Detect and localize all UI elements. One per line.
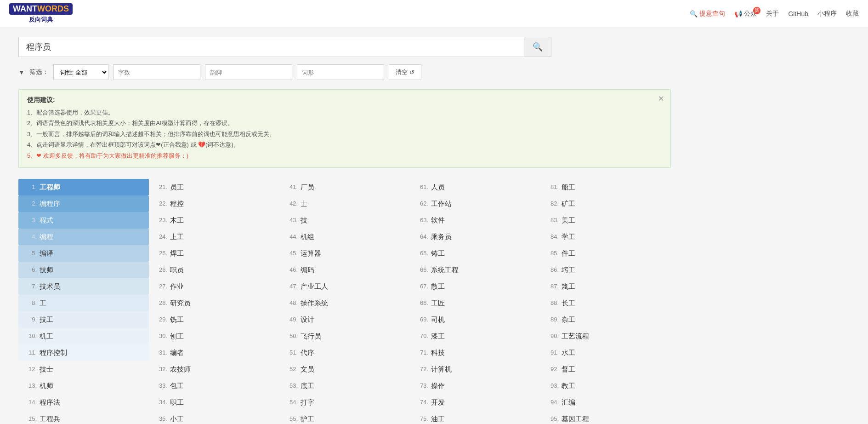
- result-item[interactable]: 69.司机: [410, 311, 540, 328]
- result-item[interactable]: 43.技: [279, 212, 410, 229]
- result-item[interactable]: 42.士: [279, 195, 410, 212]
- result-item[interactable]: 64.乘务员: [410, 229, 540, 245]
- result-item[interactable]: 10.机工: [18, 328, 149, 344]
- nav-suggest[interactable]: 🔍 提意查句: [690, 10, 725, 18]
- result-word: 打字: [301, 397, 314, 408]
- result-item[interactable]: 63.软件: [410, 212, 540, 229]
- result-item[interactable]: 88.长工: [540, 295, 671, 311]
- result-item[interactable]: 89.杂工: [540, 311, 671, 328]
- search-input[interactable]: [18, 37, 524, 57]
- result-item[interactable]: 33.包工: [149, 378, 279, 394]
- result-item[interactable]: 75.油工: [410, 411, 540, 424]
- result-item[interactable]: 11.程序控制: [18, 344, 149, 361]
- search-button[interactable]: 🔍: [524, 37, 551, 57]
- nav-github[interactable]: GitHub: [788, 10, 808, 17]
- result-item[interactable]: 92.督工: [540, 361, 671, 378]
- result-item[interactable]: 45.运算器: [279, 245, 410, 262]
- result-item[interactable]: 30.刨工: [149, 328, 279, 344]
- result-item[interactable]: 51.代序: [279, 344, 410, 361]
- result-item[interactable]: 65.铸工: [410, 245, 540, 262]
- result-word: 工: [40, 298, 46, 309]
- result-item[interactable]: 21.员工: [149, 179, 279, 195]
- result-item[interactable]: 93.教工: [540, 378, 671, 394]
- result-item[interactable]: 54.打字: [279, 394, 410, 411]
- result-item[interactable]: 94.汇编: [540, 394, 671, 411]
- result-item[interactable]: 52.文员: [279, 361, 410, 378]
- clear-button[interactable]: 清空 ↺: [389, 64, 421, 80]
- result-item[interactable]: 15.工程兵: [18, 411, 149, 424]
- result-item[interactable]: 25.焊工: [149, 245, 279, 262]
- result-item[interactable]: 72.计算机: [410, 361, 540, 378]
- result-item[interactable]: 46.编码: [279, 262, 410, 278]
- result-item[interactable]: 7.技术员: [18, 278, 149, 295]
- result-item[interactable]: 68.工匠: [410, 295, 540, 311]
- result-item[interactable]: 62.工作站: [410, 195, 540, 212]
- result-item[interactable]: 6.技师: [18, 262, 149, 278]
- result-item[interactable]: 24.上工: [149, 229, 279, 245]
- result-item[interactable]: 29.铣工: [149, 311, 279, 328]
- result-item[interactable]: 87.篾工: [540, 278, 671, 295]
- result-item[interactable]: 1.工程师: [18, 179, 149, 195]
- result-item[interactable]: 27.作业: [149, 278, 279, 295]
- result-item[interactable]: 90.工艺流程: [540, 328, 671, 344]
- result-item[interactable]: 55.护工: [279, 411, 410, 424]
- result-item[interactable]: 44.机组: [279, 229, 410, 245]
- filter-bar: ▼ 筛选： 词性: 全部 清空 ↺: [18, 64, 850, 80]
- filter-icon: ▼: [18, 69, 25, 76]
- result-item[interactable]: 22.程控: [149, 195, 279, 212]
- result-item[interactable]: 26.职员: [149, 262, 279, 278]
- result-item[interactable]: 66.系统工程: [410, 262, 540, 278]
- result-item[interactable]: 8.工: [18, 295, 149, 311]
- result-item[interactable]: 61.人员: [410, 179, 540, 195]
- result-num: 41.: [281, 183, 298, 192]
- result-item[interactable]: 81.船工: [540, 179, 671, 195]
- result-item[interactable]: 49.设计: [279, 311, 410, 328]
- nav-about[interactable]: 关于: [766, 10, 779, 18]
- result-item[interactable]: 74.开发: [410, 394, 540, 411]
- word-form-input[interactable]: [297, 64, 384, 80]
- result-item[interactable]: 86.圬工: [540, 262, 671, 278]
- result-item[interactable]: 53.底工: [279, 378, 410, 394]
- result-item[interactable]: 5.编译: [18, 245, 149, 262]
- pos-select[interactable]: 词性: 全部: [53, 64, 108, 80]
- result-word: 技术员: [40, 281, 60, 292]
- result-item[interactable]: 14.程序法: [18, 394, 149, 411]
- logo[interactable]: WANTWORDS 反向词典: [9, 3, 73, 24]
- result-item[interactable]: 31.编者: [149, 344, 279, 361]
- char-count-input[interactable]: [113, 64, 200, 80]
- result-item[interactable]: 47.产业工人: [279, 278, 410, 295]
- result-item[interactable]: 67.散工: [410, 278, 540, 295]
- result-item[interactable]: 48.操作系统: [279, 295, 410, 311]
- result-item[interactable]: 91.水工: [540, 344, 671, 361]
- nav-gong[interactable]: 📢 公众 新: [734, 10, 757, 18]
- result-item[interactable]: 35.小工: [149, 411, 279, 424]
- result-item[interactable]: 4.编程: [18, 229, 149, 245]
- result-item[interactable]: 9.技工: [18, 311, 149, 328]
- result-item[interactable]: 28.研究员: [149, 295, 279, 311]
- tips-item-1: 1、配合筛选器使用，效果更佳。: [27, 107, 662, 118]
- result-item[interactable]: 73.操作: [410, 378, 540, 394]
- result-item[interactable]: 34.职工: [149, 394, 279, 411]
- result-item[interactable]: 12.技士: [18, 361, 149, 378]
- result-item[interactable]: 41.厂员: [279, 179, 410, 195]
- nav-collect[interactable]: 收藏: [846, 10, 859, 18]
- result-item[interactable]: 2.编程序: [18, 195, 149, 212]
- main-content: 🔍 ▼ 筛选： 词性: 全部 清空 ↺ 使用建议: 1、配合筛选器使用，效果更佳…: [0, 28, 868, 424]
- result-item[interactable]: 83.美工: [540, 212, 671, 229]
- result-item[interactable]: 84.学工: [540, 229, 671, 245]
- nav-miniapp[interactable]: 小程序: [817, 10, 837, 18]
- result-word: 运算器: [301, 248, 321, 259]
- result-item[interactable]: 82.矿工: [540, 195, 671, 212]
- result-item[interactable]: 85.件工: [540, 245, 671, 262]
- tips-close-button[interactable]: ✕: [658, 94, 664, 103]
- result-item[interactable]: 50.飞行员: [279, 328, 410, 344]
- result-item[interactable]: 70.漆工: [410, 328, 540, 344]
- result-item[interactable]: 32.农技师: [149, 361, 279, 378]
- result-word: 程式: [40, 215, 53, 226]
- result-item[interactable]: 71.科技: [410, 344, 540, 361]
- result-item[interactable]: 95.基因工程: [540, 411, 671, 424]
- result-item[interactable]: 13.机师: [18, 378, 149, 394]
- rhyme-input[interactable]: [205, 64, 292, 80]
- result-item[interactable]: 3.程式: [18, 212, 149, 229]
- result-item[interactable]: 23.木工: [149, 212, 279, 229]
